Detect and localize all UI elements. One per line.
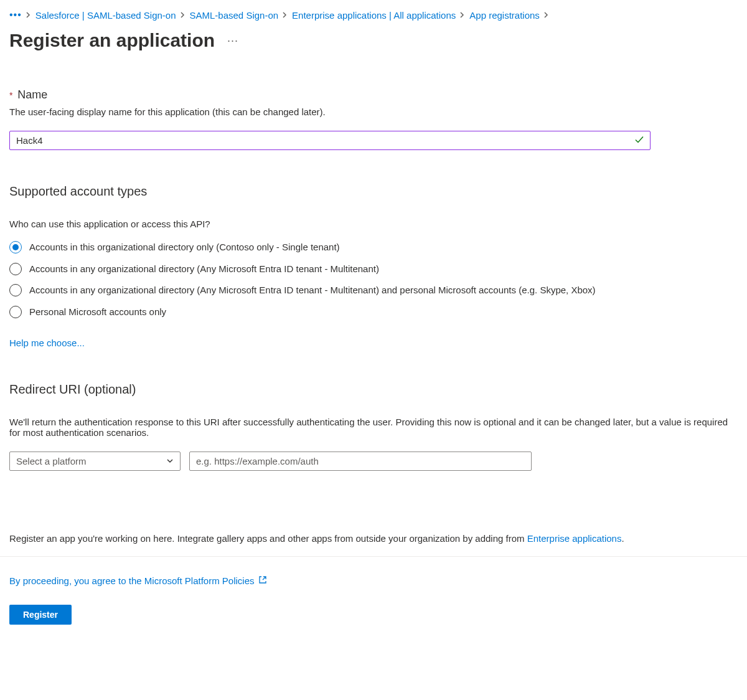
account-types-heading: Supported account types — [9, 184, 738, 199]
platform-policies-link[interactable]: By proceeding, you agree to the Microsof… — [9, 575, 255, 586]
radio-label: Accounts in any organizational directory… — [29, 262, 379, 277]
redirect-uri-heading: Redirect URI (optional) — [9, 382, 738, 397]
more-actions-icon[interactable]: ··· — [227, 34, 238, 47]
radio-label: Accounts in this organizational director… — [29, 240, 340, 255]
footer-note-prefix: Register an app you're working on here. … — [9, 533, 527, 544]
radio-personal-only[interactable]: Personal Microsoft accounts only — [9, 305, 738, 319]
radio-icon — [9, 284, 22, 296]
help-me-choose-link[interactable]: Help me choose... — [9, 338, 85, 348]
policy-row: By proceeding, you agree to the Microsof… — [9, 575, 738, 586]
enterprise-applications-link[interactable]: Enterprise applications — [527, 533, 622, 544]
platform-select[interactable]: Select a platform — [9, 452, 181, 471]
radio-label: Personal Microsoft accounts only — [29, 305, 166, 319]
platform-select-placeholder: Select a platform — [16, 456, 87, 466]
redirect-uri-row: Select a platform — [9, 452, 738, 471]
account-types-section: Supported account types Who can use this… — [9, 184, 738, 348]
name-section: * Name The user-facing display name for … — [9, 88, 738, 150]
name-input-wrap — [9, 131, 651, 150]
breadcrumb-link-salesforce[interactable]: Salesforce | SAML-based Sign-on — [35, 10, 176, 21]
footer-note: Register an app you're working on here. … — [9, 533, 738, 544]
radio-icon — [9, 263, 22, 275]
required-star-icon: * — [9, 90, 12, 100]
chevron-right-icon — [459, 10, 466, 20]
name-hint: The user-facing display name for this ap… — [9, 106, 738, 117]
chevron-right-icon — [180, 10, 186, 20]
name-label: Name — [17, 88, 47, 101]
name-input[interactable] — [9, 131, 651, 150]
name-label-row: * Name — [9, 88, 738, 102]
radio-single-tenant[interactable]: Accounts in this organizational director… — [9, 240, 738, 255]
external-link-icon — [258, 575, 267, 586]
footer-note-suffix: . — [621, 533, 624, 544]
radio-label: Accounts in any organizational directory… — [29, 283, 596, 298]
register-button[interactable]: Register — [9, 605, 72, 625]
chevron-down-icon — [166, 456, 174, 466]
page-title: Register an application — [9, 30, 215, 51]
check-icon — [634, 135, 644, 146]
redirect-uri-section: Redirect URI (optional) We'll return the… — [9, 382, 738, 471]
radio-icon — [9, 306, 22, 318]
breadcrumb: ••• Salesforce | SAML-based Sign-on SAML… — [9, 9, 738, 21]
breadcrumb-overflow-icon[interactable]: ••• — [9, 9, 22, 21]
radio-multitenant-personal[interactable]: Accounts in any organizational directory… — [9, 283, 738, 298]
divider — [0, 556, 747, 557]
breadcrumb-link-saml[interactable]: SAML-based Sign-on — [190, 10, 279, 21]
radio-multitenant[interactable]: Accounts in any organizational directory… — [9, 262, 738, 277]
account-types-radio-group: Accounts in this organizational director… — [9, 240, 738, 319]
page-title-row: Register an application ··· — [9, 30, 738, 51]
breadcrumb-link-app-registrations[interactable]: App registrations — [469, 10, 540, 21]
redirect-uri-input[interactable] — [189, 452, 532, 471]
chevron-right-icon — [282, 10, 288, 20]
account-types-question: Who can use this application or access t… — [9, 219, 738, 229]
breadcrumb-link-enterprise-apps[interactable]: Enterprise applications | All applicatio… — [292, 10, 456, 21]
redirect-uri-hint: We'll return the authentication response… — [9, 417, 738, 438]
chevron-right-icon — [543, 10, 550, 20]
chevron-right-icon — [26, 10, 32, 20]
radio-icon — [9, 241, 22, 253]
